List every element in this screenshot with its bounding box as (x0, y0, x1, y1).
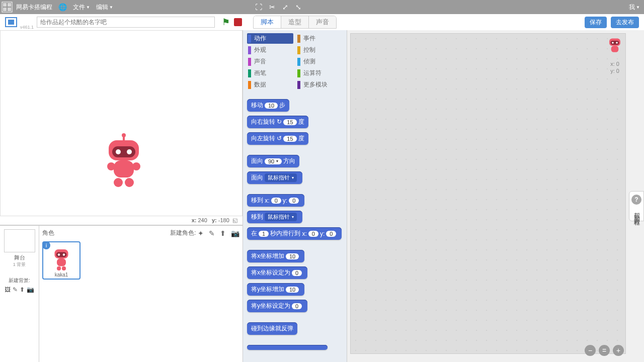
block-goto[interactable]: 移到鼠标指针▾ (247, 211, 302, 223)
menu-edit[interactable]: 编辑▼ (96, 3, 113, 12)
svg-point-13 (125, 178, 134, 187)
bg-camera-icon[interactable]: 📷 (27, 286, 34, 293)
save-button[interactable]: 保存 (585, 17, 607, 28)
menu-file[interactable]: 文件▼ (73, 3, 90, 12)
svg-rect-9 (114, 160, 134, 177)
toolbar-tools: ⛶ ✂ ⤢ ⤡ (255, 3, 301, 11)
block-point-dir[interactable]: 面向90▾方向 (247, 155, 299, 167)
script-canvas[interactable] (350, 33, 626, 354)
app-brand: 网易卡搭编程 (16, 3, 52, 12)
stage-coords: x: 240 y: -180 ◱ (0, 216, 243, 225)
svg-rect-18 (57, 258, 66, 266)
help-tab[interactable]: ? 帮助与教程 (629, 191, 644, 221)
svg-point-11 (132, 162, 140, 170)
language-icon[interactable]: 🌐 (58, 3, 67, 11)
block-list[interactable]: 移动10步 向右旋转 ↻15度 向左旋转 ↺15度 面向90▾方向 面向鼠标指针… (243, 95, 347, 362)
app-logo (0, 0, 14, 14)
stage-size-icon[interactable] (3, 14, 19, 30)
bg-upload-icon[interactable]: ⬆ (20, 286, 25, 293)
block-partial[interactable] (247, 345, 328, 350)
bg-library-icon[interactable]: 🖼 (5, 286, 11, 293)
script-area: x: 0y: 0 ? 帮助与教程 − = + ⬉ (347, 30, 644, 362)
svg-point-23 (612, 42, 614, 44)
svg-point-19 (57, 266, 61, 270)
block-palette: 动作事件外观控制声音侦测画笔运算符数据更多模块 移动10步 向右旋转 ↻15度 … (243, 30, 347, 362)
stop-icon[interactable] (234, 18, 242, 26)
user-menu[interactable]: 我▼ (629, 3, 640, 12)
tab-costume[interactable]: 造型 (281, 16, 309, 28)
svg-point-8 (127, 149, 132, 154)
zoom-reset-icon[interactable]: = (599, 345, 610, 356)
block-set-x[interactable]: 将x坐标设定为0 (247, 266, 307, 279)
tab-sound[interactable]: 声音 (309, 16, 336, 28)
shrink-icon[interactable]: ⤡ (295, 3, 301, 11)
tab-script[interactable]: 脚本 (254, 16, 281, 28)
category-侦测[interactable]: 侦测 (296, 56, 343, 67)
svg-rect-6 (112, 146, 135, 157)
svg-point-12 (114, 178, 123, 187)
category-更多模块[interactable]: 更多模块 (296, 79, 343, 90)
stage-panel: 舞台 1 背景 新建背景: 🖼 ✎ ⬆ 📷 (0, 226, 39, 362)
block-point-towards[interactable]: 面向鼠标指针▾ (247, 171, 302, 184)
stage-column: x: 240 y: -180 ◱ 舞台 1 背景 新建背景: 🖼 ✎ ⬆ 📷 角… (0, 30, 243, 362)
category-数据[interactable]: 数据 (247, 79, 293, 90)
svg-point-24 (616, 42, 618, 44)
publish-button[interactable]: 去发布 (611, 17, 639, 28)
category-grid: 动作事件外观控制声音侦测画笔运算符数据更多模块 (243, 30, 347, 95)
sprite-preview: x: 0y: 0 (605, 35, 625, 74)
stage-canvas[interactable] (0, 30, 243, 216)
block-bounce[interactable]: 碰到边缘就反弹 (247, 322, 297, 335)
project-title-input[interactable] (37, 17, 215, 28)
category-动作[interactable]: 动作 (247, 33, 293, 44)
svg-point-17 (63, 253, 65, 256)
block-turn-right[interactable]: 向右旋转 ↻15度 (247, 116, 308, 128)
category-事件[interactable]: 事件 (296, 33, 343, 44)
category-画笔[interactable]: 画笔 (247, 68, 293, 78)
sprite-on-stage[interactable] (101, 131, 146, 192)
zoom-out-icon[interactable]: − (585, 345, 596, 356)
block-goto-xy[interactable]: 移到 x:0y:0 (247, 194, 304, 207)
svg-rect-22 (611, 41, 619, 45)
block-set-y[interactable]: 将y坐标设定为0 (247, 300, 307, 312)
stamp-icon[interactable]: ⛶ (255, 3, 262, 11)
svg-point-20 (62, 266, 66, 270)
editor-tabs: 脚本 造型 声音 (253, 16, 337, 29)
grow-icon[interactable]: ⤢ (282, 3, 288, 11)
svg-point-10 (107, 162, 115, 170)
block-change-y[interactable]: 将y坐标增加10 (247, 283, 304, 296)
sprite-upload-icon[interactable]: ⬆ (220, 229, 226, 237)
category-声音[interactable]: 声音 (247, 56, 293, 67)
svg-rect-15 (56, 252, 67, 257)
block-turn-left[interactable]: 向左旋转 ↺15度 (247, 132, 308, 145)
block-glide[interactable]: 在1秒内滑行到 x:0y:0 (247, 227, 342, 240)
svg-point-7 (116, 149, 121, 154)
green-flag-icon[interactable]: ⚑ (222, 17, 230, 28)
project-header: v461.1 ⚑ 脚本 造型 声音 保存 去发布 (0, 14, 644, 30)
stage-thumbnail[interactable] (5, 230, 35, 252)
sprite-list: 角色 新建角色: ✦ ✎ ⬆ 📷 i (39, 226, 243, 362)
sprite-library-icon[interactable]: ✦ (198, 229, 204, 237)
block-move[interactable]: 移动10步 (247, 99, 289, 112)
zoom-in-icon[interactable]: + (613, 345, 624, 356)
zoom-controls: − = + (585, 345, 624, 356)
sprite-card[interactable]: i kaka1 (42, 241, 80, 280)
block-change-x[interactable]: 将x坐标增加10 (247, 250, 304, 262)
category-控制[interactable]: 控制 (296, 45, 343, 55)
sprite-paint-icon[interactable]: ✎ (209, 229, 215, 237)
svg-rect-25 (611, 46, 619, 52)
scissors-icon[interactable]: ✂ (269, 3, 275, 11)
category-外观[interactable]: 外观 (247, 45, 293, 55)
sprite-camera-icon[interactable]: 📷 (231, 229, 239, 237)
version-label: v461.1 (20, 25, 34, 30)
top-menu-bar: 网易卡搭编程 🌐 文件▼ 编辑▼ ⛶ ✂ ⤢ ⤡ 我▼ (0, 0, 644, 14)
bg-paint-icon[interactable]: ✎ (13, 286, 18, 293)
help-icon[interactable]: ? (631, 195, 641, 205)
sprite-info-icon[interactable]: i (42, 241, 50, 249)
svg-point-16 (58, 253, 60, 256)
svg-rect-2 (8, 20, 14, 25)
category-运算符[interactable]: 运算符 (296, 68, 343, 78)
